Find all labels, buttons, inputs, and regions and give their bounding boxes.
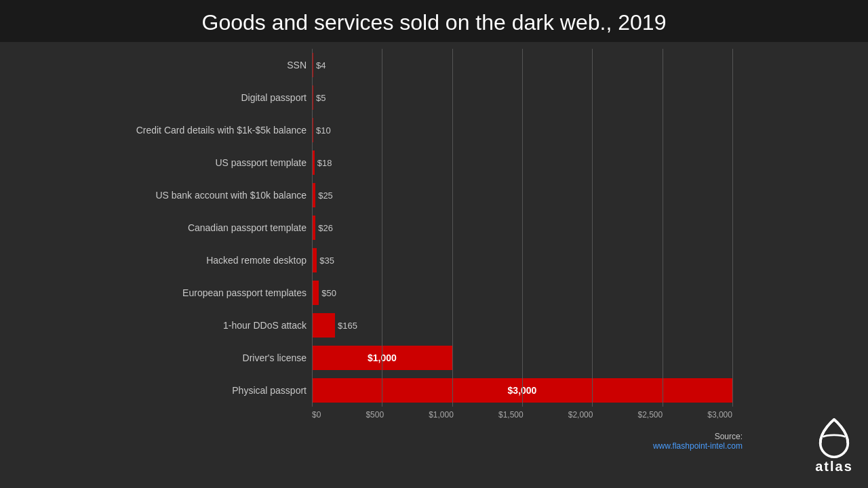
bar-container: $1,000 <box>312 346 732 370</box>
bar: $26 <box>312 216 315 240</box>
bar-row: 1-hour DDoS attack$165 <box>27 309 732 342</box>
bar-row: Physical passport$3,000 <box>27 374 732 407</box>
bar: $5 <box>312 85 313 110</box>
bar-value: $35 <box>319 256 334 266</box>
bar-label: US passport template <box>27 157 312 168</box>
x-axis-label: $2,500 <box>637 410 663 420</box>
bar-row: Hacked remote desktop$35 <box>27 244 732 277</box>
bar: $3,000 <box>312 378 732 403</box>
chart-area: SSN$4Digital passport$5Credit Card detai… <box>27 49 732 420</box>
bar-label: European passport templates <box>27 287 312 298</box>
bar-label: SSN <box>27 60 312 70</box>
bar-container: $50 <box>312 281 732 305</box>
bar-value: $18 <box>317 158 332 168</box>
bar-value: $10 <box>316 125 331 136</box>
atlas-logo: atlas <box>814 418 854 474</box>
bar-container: $26 <box>312 216 732 240</box>
chart-title: Goods and services sold on the dark web.… <box>0 0 868 42</box>
bar-value: $26 <box>318 223 333 233</box>
main-container: Goods and services sold on the dark web.… <box>0 0 868 488</box>
bar: $25 <box>312 183 315 207</box>
bar: $4 <box>312 53 313 77</box>
bar: $35 <box>312 248 317 272</box>
bar-value: $3,000 <box>508 385 537 396</box>
bar-value: $25 <box>318 190 333 201</box>
bar-label: Canadian passport template <box>27 222 312 233</box>
bar-label: US bank account with $10k balance <box>27 190 312 201</box>
bar-label: Driver's license <box>27 352 312 363</box>
bar: $165 <box>312 313 335 338</box>
x-axis-label: $1,500 <box>498 410 524 420</box>
bar-row: European passport templates$50 <box>27 277 732 309</box>
bar-container: $18 <box>312 150 732 175</box>
bar: $1,000 <box>312 346 452 370</box>
bar-row: US bank account with $10k balance$25 <box>27 179 732 211</box>
bar: $10 <box>312 118 313 142</box>
atlas-text: atlas <box>815 459 853 474</box>
source-label: Source: <box>715 432 743 441</box>
bar-container: $25 <box>312 183 732 207</box>
bar-container: $5 <box>312 85 732 110</box>
bar-row: US passport template$18 <box>27 146 732 179</box>
x-axis-label: $0 <box>312 410 321 420</box>
bar-row: Driver's license$1,000 <box>27 342 732 374</box>
x-axis-label: $2,000 <box>568 410 593 420</box>
bar-value: $1,000 <box>368 352 397 363</box>
bar-label: Physical passport <box>27 385 312 396</box>
bar-label: Hacked remote desktop <box>27 255 312 266</box>
bar: $18 <box>312 150 315 175</box>
bar-container: $10 <box>312 118 732 142</box>
x-axis-label: $500 <box>366 410 384 420</box>
bar-container: $4 <box>312 53 732 77</box>
bar-label: Digital passport <box>27 92 312 103</box>
bar-value: $4 <box>316 60 326 70</box>
bar: $50 <box>312 281 319 305</box>
bar-label: Credit Card details with $1k-$5k balance <box>27 125 312 136</box>
source-link[interactable]: www.flashpoint-intel.com <box>653 441 743 451</box>
bar-value: $5 <box>316 93 326 103</box>
bar-row: Digital passport$5 <box>27 81 732 114</box>
bar-row: Credit Card details with $1k-$5k balance… <box>27 114 732 146</box>
bar-value: $50 <box>321 288 336 298</box>
source-section: Source: www.flashpoint-intel.com <box>653 432 743 451</box>
bar-row: Canadian passport template$26 <box>27 211 732 244</box>
grid-line <box>732 49 733 407</box>
atlas-icon <box>814 418 854 459</box>
bar-label: 1-hour DDoS attack <box>27 320 312 331</box>
bar-container: $3,000 <box>312 378 732 403</box>
x-axis: $0$500$1,000$1,500$2,000$2,500$3,000 <box>312 407 732 420</box>
bar-container: $35 <box>312 248 732 272</box>
x-axis-label: $1,000 <box>429 410 454 420</box>
bar-row: SSN$4 <box>27 49 732 81</box>
chart-wrapper: SSN$4Digital passport$5Credit Card detai… <box>27 49 732 407</box>
bar-value: $165 <box>338 321 357 331</box>
bar-container: $165 <box>312 313 732 338</box>
x-axis-label: $3,000 <box>707 410 732 420</box>
